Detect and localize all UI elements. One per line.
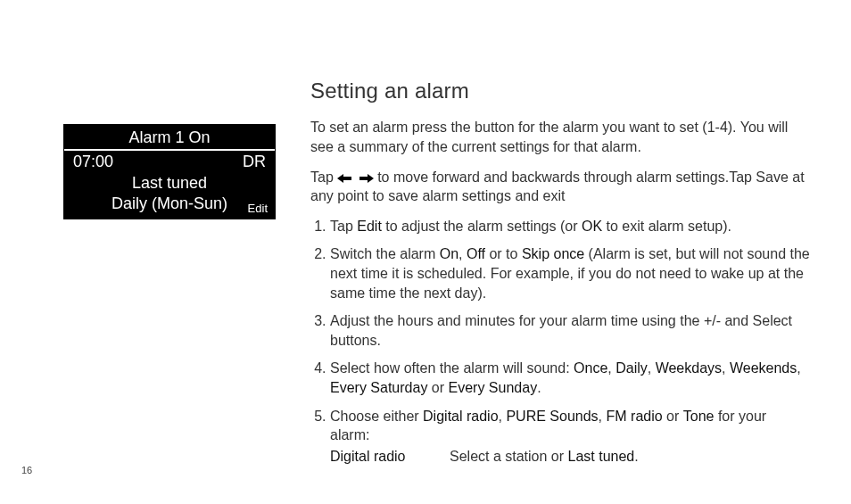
- kw-edit: Edit: [357, 219, 382, 234]
- kw-every-sunday: Every Sunday: [449, 380, 538, 395]
- step-4: Select how often the alarm will sound: O…: [330, 359, 810, 397]
- kw-once: Once: [574, 360, 607, 376]
- alarm-row-time: 07:00 DR: [64, 151, 275, 173]
- sub-label-digital-radio: Digital radio: [330, 447, 423, 467]
- text: .: [634, 449, 638, 464]
- intro-paragraph-1: To set an alarm press the button for the…: [310, 118, 810, 156]
- kw-ok: OK: [582, 219, 602, 234]
- text: ,: [797, 360, 800, 376]
- intro-paragraph-2: Tap to move forward and backwards throug…: [310, 168, 810, 206]
- text: ,: [722, 360, 730, 376]
- text: ,: [648, 360, 656, 376]
- step-5-subrow: Digital radio Select a station or Last t…: [330, 447, 810, 467]
- text: ,: [607, 360, 616, 376]
- text: or: [427, 380, 448, 395]
- kw-digital-radio: Digital radio: [423, 409, 498, 424]
- alarm-subinfo: Last tuned Daily (Mon-Sun): [64, 173, 275, 219]
- kw-fm-radio: FM radio: [607, 409, 663, 424]
- alarm-source: Last tuned: [73, 173, 266, 194]
- main-content: Setting an alarm To set an alarm press t…: [310, 77, 810, 475]
- manual-page: 16 Alarm 1 On 07:00 DR Last tuned Daily …: [0, 0, 851, 504]
- heading: Setting an alarm: [310, 77, 810, 105]
- text: Select a station or: [450, 449, 568, 464]
- intro2-b: to move forward and backwards through al…: [310, 169, 805, 204]
- sub-value: Select a station or Last tuned.: [450, 447, 639, 467]
- kw-weekends: Weekends: [730, 360, 797, 376]
- kw-on: On: [440, 246, 459, 261]
- text: or: [663, 409, 683, 424]
- kw-daily: Daily: [616, 360, 648, 376]
- step-3: Adjust the hours and minutes for your al…: [330, 311, 810, 350]
- arrow-right-icon: [358, 174, 374, 183]
- text: Select how often the alarm will sound:: [330, 360, 574, 376]
- text: to adjust the alarm settings (or: [382, 219, 582, 234]
- text: .: [537, 380, 541, 395]
- text: Switch the alarm: [330, 246, 440, 261]
- kw-every-saturday: Every Saturday: [330, 380, 427, 395]
- alarm-repeat: Daily (Mon-Sun): [73, 194, 266, 214]
- alarm-time: 07:00: [73, 153, 113, 171]
- intro2-a: Tap: [310, 169, 334, 185]
- step-2: Switch the alarm On, Off or to Skip once…: [330, 244, 810, 302]
- kw-pure-sounds: PURE Sounds: [506, 409, 598, 424]
- step-5: Choose either Digital radio, PURE Sounds…: [330, 407, 810, 467]
- text: to exit alarm setup).: [602, 219, 731, 234]
- kw-off: Off: [467, 246, 485, 261]
- alarm-preview-panel: Alarm 1 On 07:00 DR Last tuned Daily (Mo…: [63, 124, 276, 219]
- alarm-title: Alarm 1 On: [64, 125, 275, 151]
- text: ,: [599, 409, 607, 424]
- text: or to: [485, 246, 522, 261]
- text: Tap: [330, 219, 357, 234]
- kw-tone: Tone: [683, 409, 715, 424]
- steps-list: Tap Edit to adjust the alarm settings (o…: [310, 217, 810, 467]
- arrow-left-icon: [337, 174, 353, 183]
- kw-skip-once: Skip once: [522, 246, 584, 261]
- alarm-edit-label: Edit: [248, 202, 268, 215]
- kw-weekdays: Weekdays: [656, 360, 722, 376]
- kw-last-tuned: Last tuned: [568, 449, 635, 464]
- text: ,: [459, 246, 467, 261]
- page-number: 16: [21, 465, 32, 475]
- step-1: Tap Edit to adjust the alarm settings (o…: [330, 217, 810, 236]
- text: Choose either: [330, 409, 423, 424]
- alarm-mode: DR: [243, 153, 266, 171]
